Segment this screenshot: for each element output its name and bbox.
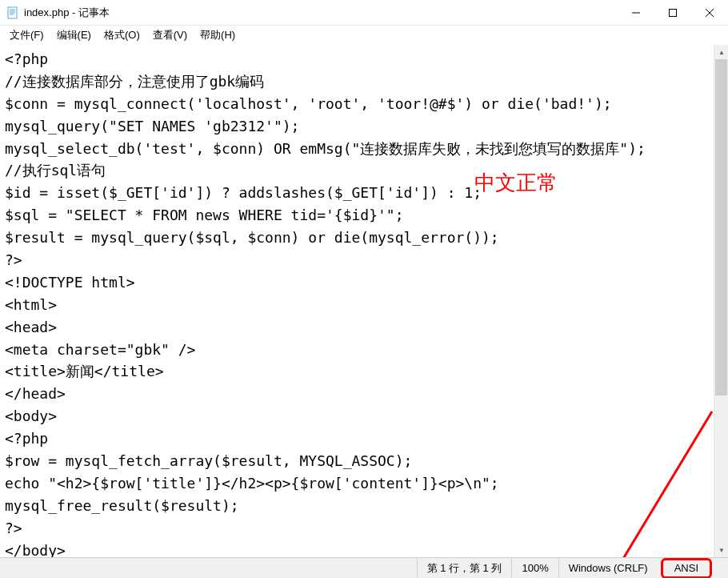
editor-line: </head> [5, 383, 709, 405]
editor-line: mysql_select_db('test', $conn) OR emMsg(… [5, 138, 709, 160]
editor-line: <meta charset="gbk" /> [5, 339, 709, 361]
menu-format[interactable]: 格式(O) [98, 26, 146, 44]
resize-grip[interactable] [715, 558, 728, 578]
editor-container: <?php//连接数据库部分，注意使用了gbk编码$conn = mysql_c… [0, 45, 728, 557]
scrollbar-up-arrow[interactable]: ▲ [714, 45, 728, 59]
status-encoding-label: ANSI [674, 562, 698, 574]
window-controls [618, 0, 728, 26]
minimize-button[interactable] [618, 0, 654, 26]
editor-line: <html> [5, 294, 709, 316]
editor-line: <?php [5, 48, 709, 70]
editor-line: <!DOCTYPE html> [5, 271, 709, 294]
editor-line: mysql_free_result($result); [5, 495, 709, 517]
svg-rect-6 [670, 9, 677, 16]
editor-line: $row = mysql_fetch_array($result, MYSQL_… [5, 450, 709, 472]
status-encoding: ANSI [661, 558, 712, 579]
status-zoom: 100% [511, 558, 558, 578]
editor-line: </body> [5, 540, 709, 557]
notepad-icon [6, 6, 19, 19]
editor-line: ?> [5, 249, 709, 271]
status-cursor-position: 第 1 行，第 1 列 [417, 558, 512, 578]
status-bar: 第 1 行，第 1 列 100% Windows (CRLF) ANSI [0, 557, 728, 578]
status-line-ending: Windows (CRLF) [558, 558, 658, 578]
menu-help[interactable]: 帮助(H) [194, 26, 242, 44]
menu-view[interactable]: 查看(V) [146, 26, 194, 44]
maximize-button[interactable] [654, 0, 691, 26]
text-editor[interactable]: <?php//连接数据库部分，注意使用了gbk编码$conn = mysql_c… [0, 45, 714, 557]
editor-line: mysql_query("SET NAMES 'gb2312'"); [5, 115, 709, 138]
scrollbar-thumb[interactable] [715, 59, 727, 395]
editor-line: ?> [5, 517, 709, 540]
editor-line: $sql = "SELECT * FROM news WHERE tid='{$… [5, 204, 709, 227]
editor-line: //执行sql语句 [5, 159, 709, 182]
editor-line: echo "<h2>{$row['title']}</h2><p>{$row['… [5, 472, 709, 495]
window-title: index.php - 记事本 [24, 6, 618, 20]
editor-line: <?php [5, 427, 709, 450]
editor-line: <head> [5, 316, 709, 339]
editor-line: $result = mysql_query($sql, $conn) or di… [5, 227, 709, 249]
vertical-scrollbar[interactable]: ▲ ▼ [714, 45, 728, 557]
editor-line: <body> [5, 405, 709, 427]
scrollbar-down-arrow[interactable]: ▼ [714, 543, 728, 557]
editor-line: <title>新闻</title> [5, 360, 709, 383]
editor-line: $conn = mysql_connect('localhost', 'root… [5, 93, 709, 115]
title-bar: index.php - 记事本 [0, 0, 728, 26]
menu-edit[interactable]: 编辑(E) [50, 26, 98, 44]
menu-bar: 文件(F) 编辑(E) 格式(O) 查看(V) 帮助(H) [0, 26, 728, 45]
close-button[interactable] [691, 0, 728, 26]
editor-line: $id = isset($_GET['id']) ? addslashes($_… [5, 182, 709, 204]
menu-file[interactable]: 文件(F) [3, 26, 50, 44]
editor-line: //连接数据库部分，注意使用了gbk编码 [5, 70, 709, 93]
